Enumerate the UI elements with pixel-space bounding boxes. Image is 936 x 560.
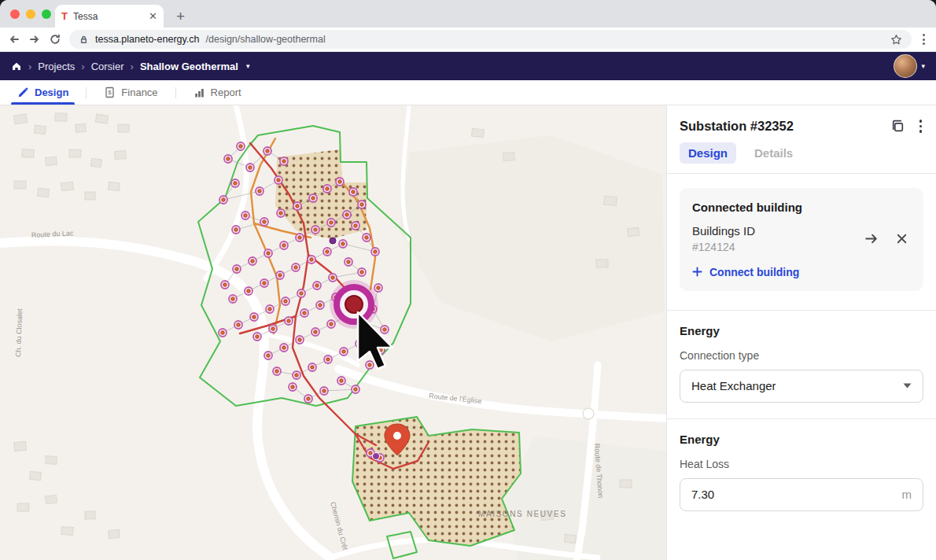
browser-tab[interactable]: T Tessa ✕ xyxy=(55,5,164,28)
lock-icon xyxy=(79,35,89,45)
pencil-icon xyxy=(17,87,29,98)
url-field[interactable]: tessa.planeto-energy.ch/design/shallow-g… xyxy=(69,30,912,49)
heat-loss-section: Energy Heat Loss m xyxy=(680,419,923,527)
back-icon[interactable] xyxy=(8,33,20,46)
address-bar: tessa.planeto-energy.ch/design/shallow-g… xyxy=(0,28,936,52)
connection-type-value: Heat Exchanger xyxy=(691,379,903,392)
breadcrumb-separator: › xyxy=(131,61,134,72)
window-controls xyxy=(10,9,51,19)
url-domain: tessa.planeto-energy.ch xyxy=(95,34,200,45)
project-dropdown-caret-icon[interactable]: ▾ xyxy=(246,62,250,70)
minimize-window-button[interactable] xyxy=(26,9,35,19)
panel-title: Substation #32352 xyxy=(680,119,878,134)
go-to-building-icon[interactable] xyxy=(864,231,879,246)
panel-tabs: Design Details xyxy=(680,142,923,173)
browser-tab-strip: T Tessa ✕ + xyxy=(0,0,936,28)
section-title-energy: Energy xyxy=(680,324,923,337)
map-canvas[interactable]: Route du Lac Route de l'Église Route de … xyxy=(0,105,666,560)
selected-substation-marker[interactable] xyxy=(330,280,378,329)
breadcrumb-corsier[interactable]: Corsier xyxy=(91,61,124,72)
tab-close-icon[interactable]: ✕ xyxy=(149,11,157,21)
heat-loss-label: Heat Loss xyxy=(680,458,923,470)
chevron-down-icon xyxy=(903,383,912,389)
user-menu[interactable]: ▾ xyxy=(894,54,925,78)
tab-report-label: Report xyxy=(211,87,241,98)
special-node[interactable] xyxy=(373,453,380,460)
panel-tab-design[interactable]: Design xyxy=(680,142,736,164)
forward-icon[interactable] xyxy=(28,33,41,46)
building-id: #124124 xyxy=(692,241,864,253)
tab-report[interactable]: Report xyxy=(176,80,259,105)
user-dropdown-caret-icon: ▾ xyxy=(921,62,925,70)
copy-icon[interactable] xyxy=(890,119,905,134)
browser-window: T Tessa ✕ + tessa.planeto-energy.ch/desi… xyxy=(0,0,936,560)
avatar[interactable] xyxy=(894,54,917,78)
bar-chart-icon xyxy=(193,87,205,98)
url-path: /design/shallow-geothermal xyxy=(206,34,326,45)
tab-design-label: Design xyxy=(35,87,68,98)
connection-type-select[interactable]: Heat Exchanger xyxy=(680,370,923,403)
zoom-window-button[interactable] xyxy=(42,9,51,19)
breadcrumb-current-project[interactable]: Shallow Geothermal xyxy=(140,61,238,72)
panel-tab-details[interactable]: Details xyxy=(746,142,801,164)
browser-menu-icon[interactable] xyxy=(919,34,928,45)
reload-icon[interactable] xyxy=(49,33,61,46)
home-icon[interactable] xyxy=(11,61,22,72)
connection-type-label: Connection type xyxy=(680,349,923,362)
heat-loss-input[interactable] xyxy=(691,488,902,501)
map-svg[interactable]: Route du Lac Route de l'Église Route de … xyxy=(0,105,666,560)
disconnect-building-icon[interactable] xyxy=(894,231,909,246)
close-window-button[interactable] xyxy=(10,9,20,19)
connected-building-card: Connected building Buildings ID #124124 … xyxy=(680,188,923,291)
section-title-energy: Energy xyxy=(680,433,923,446)
tab-finance[interactable]: $ Finance xyxy=(87,80,175,105)
special-node[interactable] xyxy=(330,238,336,244)
connect-building-button[interactable]: Connect building xyxy=(692,266,911,278)
svg-text:$: $ xyxy=(109,89,112,96)
breadcrumb-separator: › xyxy=(28,61,31,72)
app-header: › Projects › Corsier › Shallow Geotherma… xyxy=(0,52,936,80)
connect-building-label: Connect building xyxy=(709,266,799,278)
substation-panel: Substation #32352 Design Details Connect… xyxy=(666,105,936,560)
new-tab-button[interactable]: + xyxy=(171,9,190,24)
heat-loss-unit: m xyxy=(902,488,912,501)
panel-menu-icon[interactable] xyxy=(918,118,924,134)
heat-loss-field[interactable]: m xyxy=(680,478,923,511)
card-title: Connected building xyxy=(692,201,911,214)
connection-type-section: Energy Connection type Heat Exchanger xyxy=(680,311,923,418)
building-row: Buildings ID #124124 xyxy=(692,224,911,253)
building-label: Buildings ID xyxy=(692,224,864,238)
finance-icon: $ xyxy=(104,87,116,98)
plus-icon xyxy=(692,267,702,277)
main-nav-tabs: Design $ Finance Report xyxy=(0,80,936,105)
breadcrumb-projects[interactable]: Projects xyxy=(38,61,75,72)
area-label: MAISONS NEUVES xyxy=(478,510,566,518)
breadcrumb-separator: › xyxy=(81,61,84,72)
divider xyxy=(667,173,936,174)
tab-design[interactable]: Design xyxy=(0,80,86,105)
tab-finance-label: Finance xyxy=(121,87,157,98)
tab-title: Tessa xyxy=(73,11,143,22)
tab-favicon: T xyxy=(61,10,68,22)
bookmark-star-icon[interactable] xyxy=(890,34,902,46)
